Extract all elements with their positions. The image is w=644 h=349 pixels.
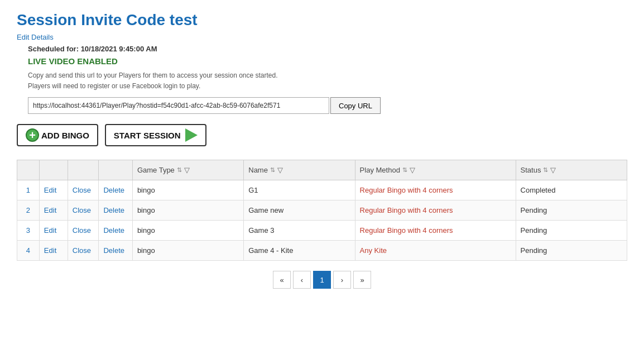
close-link[interactable]: Close [73,206,91,214]
add-bingo-button[interactable]: + ADD BINGO [17,124,98,146]
row-name: Game 4 - Kite [244,241,355,261]
row-status: Completed [516,180,627,200]
start-session-label: START SESSION [114,131,181,140]
pagination-prev[interactable]: ‹ [293,271,311,289]
table-row: 3 Edit Close Delete bingo Game 3 Regular… [17,221,627,241]
playmethod-filter-icon[interactable]: ▽ [410,166,415,174]
edit-link[interactable]: Edit [44,226,56,235]
copy-url-button[interactable]: Copy URL [330,97,381,114]
row-delete[interactable]: Delete [99,200,132,221]
row-gametype: bingo [132,180,243,200]
row-status: Pending [516,200,627,221]
delete-link[interactable]: Delete [103,226,124,235]
row-edit[interactable]: Edit [39,200,68,221]
add-bingo-label: ADD BINGO [41,131,89,140]
row-delete[interactable]: Delete [99,221,132,241]
edit-details-link[interactable]: Edit Details [17,33,54,41]
action-buttons: + ADD BINGO START SESSION [17,124,627,146]
row-playmethod: Regular Bingo with 4 corners [355,200,516,221]
row-edit[interactable]: Edit [39,241,68,261]
col-header-close [68,160,99,180]
page-title: Session Invite Code test [17,11,627,29]
row-num: 3 [17,221,40,241]
delete-link[interactable]: Delete [103,186,124,194]
row-edit[interactable]: Edit [39,221,68,241]
row-status: Pending [516,241,627,261]
edit-link[interactable]: Edit [44,186,56,194]
row-delete[interactable]: Delete [99,180,132,200]
row-close[interactable]: Close [68,221,99,241]
row-num: 1 [17,180,40,200]
table-row: 4 Edit Close Delete bingo Game 4 - Kite … [17,241,627,261]
pagination: « ‹ 1 › » [17,271,627,289]
row-num: 2 [17,200,40,221]
row-close[interactable]: Close [68,241,99,261]
row-gametype: bingo [132,241,243,261]
gametype-sort-icon[interactable]: ⇅ [177,166,182,174]
row-name: Game 3 [244,221,355,241]
delete-link[interactable]: Delete [103,246,124,255]
pagination-next[interactable]: › [333,271,351,289]
close-link[interactable]: Close [73,226,91,235]
games-table: Game Type ⇅ ▽ Name ⇅ ▽ Play Method ⇅ ▽ [17,160,627,261]
col-header-edit [39,160,68,180]
url-instructions: Copy and send this url to your Players f… [28,70,627,92]
table-row: 1 Edit Close Delete bingo G1 Regular Bin… [17,180,627,200]
col-header-delete [99,160,132,180]
row-gametype: bingo [132,221,243,241]
name-sort-icon[interactable]: ⇅ [270,166,275,174]
play-icon [185,128,198,142]
edit-link[interactable]: Edit [44,246,56,255]
col-header-num [17,160,40,180]
row-status: Pending [516,221,627,241]
pagination-last[interactable]: » [353,271,371,289]
close-link[interactable]: Close [73,246,91,255]
edit-link[interactable]: Edit [44,206,56,214]
row-close[interactable]: Close [68,180,99,200]
row-gametype: bingo [132,200,243,221]
row-close[interactable]: Close [68,200,99,221]
row-playmethod: Regular Bingo with 4 corners [355,221,516,241]
close-link[interactable]: Close [73,186,91,194]
status-sort-icon[interactable]: ⇅ [543,166,548,174]
live-video-label: LIVE VIDEO ENABLED [28,56,627,66]
scheduled-for: Scheduled for: 10/18/2021 9:45:00 AM [28,45,627,53]
name-filter-icon[interactable]: ▽ [277,166,283,174]
row-edit[interactable]: Edit [39,180,68,200]
pagination-first[interactable]: « [273,271,291,289]
row-name: Game new [244,200,355,221]
delete-link[interactable]: Delete [103,206,124,214]
session-url-input[interactable] [28,97,329,114]
row-playmethod: Any Kite [355,241,516,261]
status-filter-icon[interactable]: ▽ [550,166,556,174]
col-header-status: Status ⇅ ▽ [516,160,627,180]
col-header-gametype: Game Type ⇅ ▽ [132,160,243,180]
col-header-name: Name ⇅ ▽ [244,160,355,180]
row-name: G1 [244,180,355,200]
playmethod-sort-icon[interactable]: ⇅ [402,166,407,174]
row-delete[interactable]: Delete [99,241,132,261]
col-header-playmethod: Play Method ⇅ ▽ [355,160,516,180]
row-num: 4 [17,241,40,261]
table-header-row: Game Type ⇅ ▽ Name ⇅ ▽ Play Method ⇅ ▽ [17,160,627,180]
row-playmethod: Regular Bingo with 4 corners [355,180,516,200]
table-row: 2 Edit Close Delete bingo Game new Regul… [17,200,627,221]
start-session-button[interactable]: START SESSION [105,124,206,146]
pagination-current[interactable]: 1 [313,271,331,289]
url-row: Copy URL [28,97,627,114]
plus-icon: + [26,128,39,142]
gametype-filter-icon[interactable]: ▽ [184,166,190,174]
